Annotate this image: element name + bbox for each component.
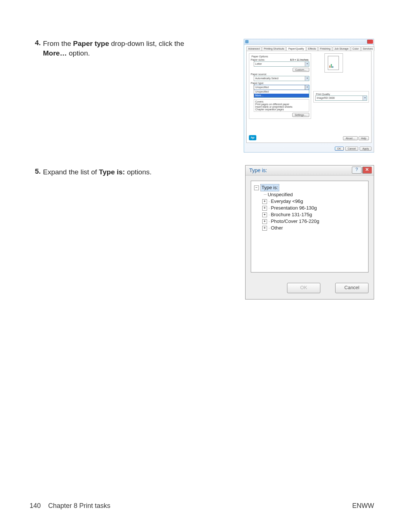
chapter-label: Chapter 8 Print tasks: [48, 502, 352, 510]
step-5-text: Expand the list of Type is: options.: [43, 167, 191, 177]
chart-icon: [329, 64, 337, 68]
tree-root-label: Type is:: [260, 184, 279, 191]
footer-right: ENWW: [352, 502, 374, 510]
paper-type-label: Paper type:: [251, 82, 309, 84]
tab-finishing[interactable]: Finishing: [318, 46, 332, 51]
apply-button[interactable]: Apply: [360, 147, 371, 151]
step-4-number: 4.: [30, 39, 43, 47]
hp-logo: hp: [249, 135, 256, 140]
chevron-down-icon: ▾: [305, 62, 309, 66]
list-item[interactable]: Covers: [255, 100, 308, 103]
step-4-text: From the Paper type drop-down list, clic…: [43, 39, 191, 58]
close-icon[interactable]: [367, 40, 373, 44]
dropdown-item-more[interactable]: More…: [254, 94, 309, 97]
tree-item-everyday[interactable]: +· Everyday <96g: [254, 198, 365, 205]
paper-type-dropdown-list[interactable]: Unspecified More…: [254, 90, 309, 98]
tab-job-storage[interactable]: Job Storage: [333, 46, 350, 51]
expand-icon[interactable]: +: [262, 206, 267, 211]
ok-button[interactable]: OK: [335, 147, 344, 151]
expand-icon[interactable]: +: [262, 199, 267, 204]
paper-source-dropdown[interactable]: Automatically Select▾: [254, 76, 309, 81]
help-button[interactable]: Help: [359, 136, 369, 140]
type-is-dialog: Type is: ? ✕ −Type is: ┈ Unspecified +· …: [245, 165, 374, 300]
print-quality-dropdown[interactable]: ImageREt 3600▾: [315, 96, 367, 101]
paper-source-label: Paper source:: [251, 73, 309, 76]
page-footer: 140 Chapter 8 Print tasks ENWW: [30, 502, 374, 510]
step4-pre: From the: [43, 40, 73, 47]
step5-b1: Type is:: [99, 168, 125, 176]
tab-printing-shortcuts[interactable]: Printing Shortcuts: [262, 46, 286, 51]
dialog-button-row: OK Cancel: [246, 278, 374, 299]
paper-size-value: 8.5 × 11 inches: [290, 58, 309, 61]
paper-sizes-label: Paper sizes: 8.5 × 11 inches: [251, 58, 309, 61]
chevron-down-icon: ▾: [305, 85, 309, 90]
step4-post: option.: [67, 49, 90, 57]
tree-item-other[interactable]: +· Other: [254, 225, 365, 231]
special-pages-list: Covers Print pages on different paper In…: [254, 99, 309, 112]
expand-icon[interactable]: +: [262, 226, 267, 231]
expand-icon[interactable]: +: [262, 213, 267, 217]
settings-button[interactable]: Settings…: [292, 113, 309, 117]
dropdown-item-unspecified[interactable]: Unspecified: [254, 90, 309, 94]
collapse-icon[interactable]: −: [254, 185, 259, 190]
list-item[interactable]: Print pages on different paper: [255, 103, 308, 106]
step-5-number: 5.: [30, 167, 43, 175]
tab-services[interactable]: Services: [361, 46, 375, 51]
step4-mid: drop-down list, click the: [109, 40, 184, 47]
expand-icon[interactable]: +: [262, 219, 267, 224]
step5-post: options.: [125, 168, 151, 176]
printer-icon: [245, 40, 249, 43]
paper-type-dropdown[interactable]: Unspecified▾: [254, 85, 309, 90]
list-item[interactable]: Chapter separator pages: [255, 108, 308, 111]
tree-item-unspecified[interactable]: ┈ Unspecified: [254, 191, 365, 198]
page-preview: [324, 53, 343, 73]
tree-item-presentation[interactable]: +· Presentation 96-130g: [254, 205, 365, 211]
cancel-button[interactable]: Cancel: [345, 147, 359, 151]
tree-item-photo-cover[interactable]: +· Photo/Cover 176-220g: [254, 218, 365, 225]
tab-strip: Advanced Printing Shortcuts Paper/Qualit…: [244, 45, 374, 51]
paper-options-title: Paper Options: [251, 55, 269, 58]
help-icon[interactable]: ?: [352, 167, 361, 174]
step4-b1: Paper type: [73, 40, 109, 47]
custom-button[interactable]: Custom…: [293, 68, 309, 72]
tab-effects[interactable]: Effects: [306, 46, 318, 51]
print-quality-title: Print Quality: [315, 93, 331, 96]
dialog-titlebar: [244, 39, 374, 45]
dialog-titlebar: Type is: ? ✕: [246, 165, 374, 175]
paper-options-group: Paper Options Paper sizes: 8.5 × 11 inch…: [249, 53, 311, 119]
step5-pre: Expand the list of: [43, 168, 99, 176]
chevron-down-icon: ▾: [305, 76, 309, 81]
print-properties-dialog: Advanced Printing Shortcuts Paper/Qualit…: [244, 39, 374, 153]
list-item[interactable]: Insert blank or preprinted sheets: [255, 106, 308, 108]
page-number: 140: [30, 502, 48, 510]
step4-b2: More…: [43, 49, 67, 57]
print-quality-group: Print Quality ImageREt 3600▾: [313, 91, 369, 103]
chevron-down-icon: ▾: [363, 96, 367, 100]
tree-root[interactable]: −Type is:: [254, 184, 365, 191]
about-button[interactable]: About…: [343, 136, 357, 140]
cancel-button[interactable]: Cancel: [335, 283, 369, 293]
type-tree[interactable]: −Type is: ┈ Unspecified +· Everyday <96g…: [251, 181, 369, 272]
tab-color[interactable]: Color: [351, 46, 361, 51]
ok-button[interactable]: OK: [287, 283, 320, 293]
dialog-button-row: OK Cancel Apply: [244, 145, 374, 152]
close-icon[interactable]: ✕: [362, 167, 372, 174]
tab-advanced[interactable]: Advanced: [246, 46, 261, 51]
tree-item-brochure[interactable]: +· Brochure 131-175g: [254, 211, 365, 218]
paper-size-dropdown[interactable]: Letter▾: [254, 61, 309, 67]
tab-paper-quality[interactable]: Paper/Quality: [286, 46, 306, 51]
dialog-title: Type is:: [249, 167, 267, 173]
